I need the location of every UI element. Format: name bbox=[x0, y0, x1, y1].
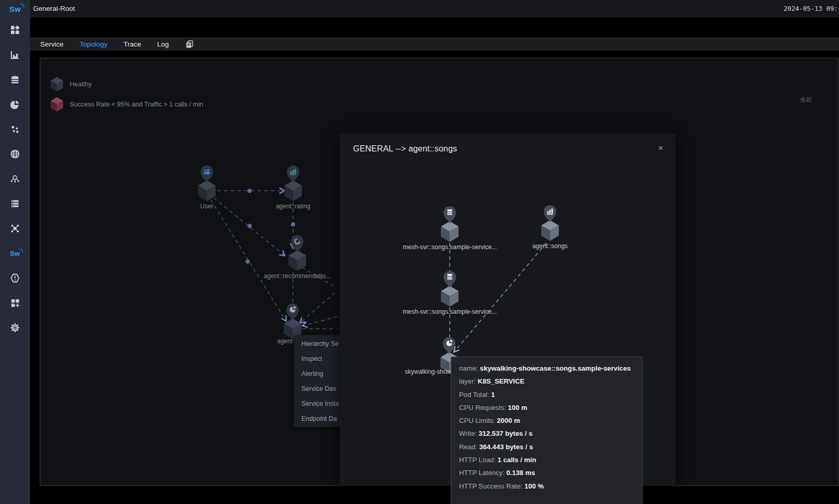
service-cube[interactable] bbox=[284, 180, 302, 201]
chart-pin-icon bbox=[544, 205, 556, 222]
scatter-dots-icon[interactable] bbox=[0, 117, 30, 142]
edge-anchor-dot bbox=[248, 224, 252, 228]
pie-pin-icon bbox=[286, 303, 299, 320]
tooltip-value: 100 % bbox=[525, 482, 544, 490]
tooltip-row: HTTP Success Rate: 100 % bbox=[459, 480, 642, 493]
context-menu-item-2[interactable]: Inspect bbox=[294, 352, 342, 366]
node-label: User bbox=[200, 203, 213, 210]
network-hub-icon[interactable] bbox=[0, 216, 30, 241]
skywalking-logo[interactable]: Sw bbox=[0, 0, 30, 18]
tooltip-value: 0.138 ms bbox=[506, 469, 535, 477]
database-icon[interactable] bbox=[0, 67, 30, 92]
tab-service[interactable]: Service bbox=[40, 40, 64, 48]
topology-edge bbox=[300, 293, 335, 323]
tooltip-value: skywalking-showcase::songs.sample-servic… bbox=[480, 364, 631, 372]
tooltip-row: CPU Requests: 100 m bbox=[459, 401, 642, 414]
marketplace-icon[interactable] bbox=[0, 18, 30, 42]
context-menu-item-4[interactable]: Service Das bbox=[294, 381, 342, 396]
node-tooltip: name: skywalking-showcase::songs.sample-… bbox=[451, 357, 643, 504]
tooltip-row: Read: 364.443 bytes / s bbox=[459, 440, 642, 453]
tooltip-label: HTTP Latency: bbox=[459, 469, 505, 477]
node-label: agent::songs bbox=[532, 242, 568, 250]
topology-node[interactable]: mesh-svr::songs.sample-service... bbox=[403, 206, 497, 251]
node-label: agent::recommendatio... bbox=[264, 272, 330, 280]
tooltip-value: 1 calls / min bbox=[498, 456, 537, 464]
tooltip-value: 312.537 bytes / s bbox=[479, 430, 532, 437]
page-title: General-Root bbox=[33, 5, 75, 12]
tooltip-value: 100 m bbox=[508, 404, 527, 411]
skywalking-app: General-Root 2024-05-13 09: Sw Sw Servic… bbox=[0, 0, 839, 504]
tooltip-label: HTTP Load: bbox=[459, 456, 496, 464]
service-cube[interactable] bbox=[441, 221, 459, 242]
service-cube[interactable] bbox=[541, 220, 559, 241]
tooltip-row: CPU Limits: 2000 m bbox=[459, 414, 642, 427]
topology-node[interactable]: skywalking-show bbox=[405, 337, 458, 375]
copy-document-icon[interactable] bbox=[185, 40, 194, 49]
tooltip-label: Pod Total: bbox=[459, 391, 489, 399]
tooltip-label: HTTP Success Rate: bbox=[459, 482, 523, 490]
service-cube[interactable] bbox=[198, 180, 216, 201]
node-label: mesh-svr::songs.sample-service... bbox=[403, 308, 497, 315]
context-menu-item-1[interactable]: Hierarchy Se bbox=[294, 337, 342, 352]
tooltip-value: K8S_SERVICE bbox=[478, 377, 525, 385]
tooltip-row: HTTP Load: 1 calls / min bbox=[459, 453, 642, 466]
pie-chart-icon[interactable] bbox=[0, 92, 30, 117]
tooltip-label: layer: bbox=[459, 377, 476, 385]
datetime-picker[interactable]: 2024-05-13 09: bbox=[784, 5, 838, 12]
globe-icon[interactable] bbox=[0, 142, 30, 166]
chart-pin-icon bbox=[287, 165, 299, 182]
service-cube[interactable] bbox=[441, 286, 459, 307]
users-pin-icon bbox=[201, 165, 213, 182]
widgets-icon[interactable] bbox=[0, 291, 30, 315]
sidebar-nav: Sw Sw bbox=[0, 0, 30, 504]
tooltip-label: CPU Requests: bbox=[459, 404, 506, 411]
tooltip-row: layer: K8S_SERVICE bbox=[459, 375, 642, 388]
topology-node[interactable]: agent::rating bbox=[276, 165, 311, 210]
node-label: mesh-svr::songs.sample-service... bbox=[403, 243, 497, 251]
edge-anchor-dot bbox=[248, 189, 252, 193]
pie-pin-icon bbox=[443, 337, 455, 354]
tooltip-row: HTTP Latency: 0.138 ms bbox=[459, 466, 642, 479]
tooltip-label: name: bbox=[459, 364, 478, 372]
satellite-icon[interactable] bbox=[0, 166, 30, 191]
database-pin-icon bbox=[444, 206, 456, 223]
node-label: agent bbox=[277, 338, 293, 345]
tab-topology[interactable]: Topology bbox=[80, 40, 108, 48]
database-pin-icon bbox=[444, 271, 456, 288]
tooltip-label: Read: bbox=[459, 443, 477, 451]
node-label: agent::rating bbox=[276, 203, 311, 210]
topology-node[interactable]: agent::songs bbox=[532, 205, 568, 250]
edge-anchor-dot bbox=[291, 222, 295, 226]
node-label: skywalking-show bbox=[405, 368, 451, 375]
skywalking-icon[interactable]: Sw bbox=[0, 241, 30, 266]
topology-node[interactable]: agent::recommendatio... bbox=[264, 235, 330, 280]
tab-bar: ServiceTopologyTraceLog bbox=[30, 37, 839, 51]
tooltip-label: CPU Limits: bbox=[459, 417, 495, 424]
bar-chart-icon[interactable] bbox=[0, 42, 30, 67]
moon-pin-icon bbox=[291, 235, 303, 252]
edge-anchor-dot bbox=[246, 259, 250, 264]
server-list-icon[interactable] bbox=[0, 191, 30, 216]
tooltip-value: 1 bbox=[491, 391, 495, 399]
context-menu-item-6[interactable]: Endpoint Da bbox=[294, 411, 342, 426]
tab-trace[interactable]: Trace bbox=[124, 40, 141, 48]
tab-log[interactable]: Log bbox=[157, 40, 169, 48]
topology-node[interactable]: mesh-svr::songs.sample-service... bbox=[403, 271, 497, 315]
node-context-menu: Hierarchy SeInspectAlertingService DasSe… bbox=[294, 335, 342, 427]
context-menu-item-3[interactable]: Alerting bbox=[294, 366, 342, 381]
tooltip-value: 364.443 bytes / s bbox=[479, 443, 533, 451]
topology-node[interactable]: User bbox=[198, 165, 216, 210]
top-header: General-Root 2024-05-13 09: bbox=[30, 0, 839, 18]
tooltip-row: Write: 312.537 bytes / s bbox=[459, 427, 642, 440]
context-menu-item-5[interactable]: Service Insta bbox=[294, 396, 342, 411]
alarm-icon[interactable] bbox=[0, 266, 30, 291]
topology-edge bbox=[454, 243, 546, 352]
settings-gear-icon[interactable] bbox=[0, 315, 30, 340]
tooltip-row: name: skywalking-showcase::songs.sample-… bbox=[459, 362, 642, 375]
tooltip-value: 2000 m bbox=[497, 417, 520, 424]
tooltip-row: Pod Total: 1 bbox=[459, 388, 642, 401]
tooltip-label: Write: bbox=[459, 430, 477, 437]
